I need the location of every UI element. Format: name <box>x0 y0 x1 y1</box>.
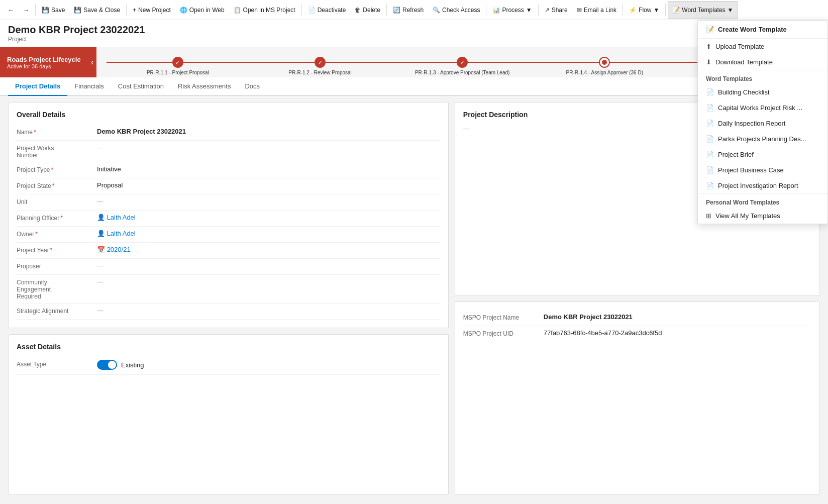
step-circle-1[interactable]: ✓ <box>172 57 183 68</box>
asset-details-panel: Asset Details Asset Type Existing <box>8 334 449 494</box>
toggle-label: Existing <box>121 361 144 369</box>
flow-button[interactable]: ⚡ Flow ▼ <box>625 1 663 19</box>
tab-cost-estimation[interactable]: Cost Estimation <box>111 77 171 96</box>
field-project-year-label: Project Year* <box>17 246 97 254</box>
forward-icon: → <box>23 7 29 14</box>
toggle-switch[interactable] <box>97 360 117 370</box>
field-works-number-label: Project WorksNumber <box>17 144 97 159</box>
word-templates-icon: 📝 <box>672 7 680 14</box>
check-access-icon: 🔍 <box>433 7 440 14</box>
separator-1 <box>35 4 36 16</box>
word-templates-dropdown-icon: ▼ <box>728 7 734 14</box>
field-unit-value: --- <box>97 197 440 205</box>
field-planning-officer-value[interactable]: 👤 Laith Adel <box>97 214 440 221</box>
field-project-type-value: Initiative <box>97 165 440 173</box>
back-button[interactable]: ← <box>4 1 18 19</box>
refresh-button[interactable]: 🔄 Refresh <box>389 1 428 19</box>
word-templates-dropdown: 📝 Create Word Template ⬆ Upload Template… <box>697 20 828 224</box>
process-icon: 📊 <box>492 7 500 14</box>
step-label-2: PR-R-1.2 - Review Proposal <box>288 70 352 75</box>
new-project-button[interactable]: + New Project <box>129 1 175 19</box>
template-project-brief[interactable]: 📄 Project Brief <box>698 147 827 162</box>
check-access-button[interactable]: 🔍 Check Access <box>429 1 484 19</box>
field-mspo-uid-value: 77fab763-68fc-4be5-a770-2a9ac3dc6f5d <box>544 329 811 337</box>
asset-type-toggle[interactable]: Existing <box>97 360 144 370</box>
delete-icon: 🗑 <box>355 7 361 14</box>
tab-financials[interactable]: Financials <box>67 77 111 96</box>
person-icon-owner: 👤 <box>97 230 107 237</box>
tab-project-details[interactable]: Project Details <box>8 77 67 96</box>
template-project-investigation[interactable]: 📄 Project Investigation Report <box>698 178 827 193</box>
grid-icon: ⊞ <box>706 212 711 220</box>
word-templates-button[interactable]: 📝 Word Templates ▼ <box>668 1 738 19</box>
open-web-button[interactable]: 🌐 Open in Web <box>176 1 229 19</box>
field-owner: Owner* 👤 Laith Adel <box>17 227 440 243</box>
step-label-4: PR-R-1.4 - Assign Approver (36 D) <box>566 70 643 75</box>
save-button[interactable]: 💾 Save <box>38 1 69 19</box>
create-word-template-item[interactable]: 📝 Create Word Template <box>698 21 827 39</box>
field-community-value: --- <box>97 278 440 285</box>
delete-button[interactable]: 🗑 Delete <box>351 1 384 19</box>
share-icon: ↗ <box>545 7 550 14</box>
lifecycle-label: Roads Project Lifecycle Active for 36 da… <box>0 52 88 73</box>
step-circle-3[interactable]: ✓ <box>457 57 468 68</box>
field-name-label: Name* <box>17 128 97 136</box>
open-ms-icon: 📋 <box>234 7 241 14</box>
field-asset-type-label: Asset Type <box>17 360 97 368</box>
template-parks-projects[interactable]: 📄 Parks Projects Planning Des... <box>698 131 827 147</box>
lifecycle-prev-button[interactable]: ‹ <box>88 54 96 71</box>
template-project-business-case[interactable]: 📄 Project Business Case <box>698 162 827 178</box>
field-planning-officer: Planning Officer* 👤 Laith Adel <box>17 211 440 227</box>
field-community-label: CommunityEngagementRequired <box>17 278 97 300</box>
lifecycle-step-2: ✓ PR-R-1.2 - Review Proposal <box>249 57 391 68</box>
save-close-button[interactable]: 💾 Save & Close <box>70 1 124 19</box>
step-circle-2[interactable]: ✓ <box>315 57 326 68</box>
field-name-value: Demo KBR Project 23022021 <box>97 128 440 135</box>
view-all-templates-item[interactable]: ⊞ View All My Templates <box>698 208 827 224</box>
calendar-icon: 📅 <box>97 246 107 253</box>
save-close-icon: 💾 <box>74 7 81 14</box>
page-subtitle: Project <box>8 36 145 43</box>
upload-template-item[interactable]: ⬆ Upload Template <box>698 39 827 54</box>
lifecycle-title: Roads Project Lifecycle <box>7 56 81 63</box>
field-owner-label: Owner* <box>17 230 97 238</box>
field-owner-value[interactable]: 👤 Laith Adel <box>97 230 440 237</box>
field-project-year-value[interactable]: 📅 2020/21 <box>97 246 440 253</box>
flow-dropdown-icon: ▼ <box>653 7 659 14</box>
template-building-checklist[interactable]: 📄 Building Checklist <box>698 84 827 100</box>
template-capital-works[interactable]: 📄 Capital Works Project Risk ... <box>698 100 827 116</box>
step-label-3: PR-R-1.3 - Approve Proposal (Team Lead) <box>415 70 509 75</box>
flow-icon: ⚡ <box>629 7 637 14</box>
template-daily-inspection[interactable]: 📄 Daily Inspection Report <box>698 116 827 131</box>
page-title: Demo KBR Project 23022021 <box>8 24 145 36</box>
field-asset-type-value: Existing <box>97 360 440 371</box>
process-button[interactable]: 📊 Process ▼ <box>488 1 536 19</box>
step-circle-4[interactable] <box>599 57 610 68</box>
field-mspo-name-label: MSPO Project Name <box>463 313 544 321</box>
open-ms-button[interactable]: 📋 Open in MS Project <box>230 1 299 19</box>
field-proposer-value: --- <box>97 262 440 269</box>
tab-docs[interactable]: Docs <box>238 77 267 96</box>
field-proposer: Proposer --- <box>17 259 440 275</box>
field-name: Name* Demo KBR Project 23022021 <box>17 125 440 141</box>
left-panel: Overall Details Name* Demo KBR Project 2… <box>8 102 449 494</box>
overall-details-section: Overall Details Name* Demo KBR Project 2… <box>9 103 448 328</box>
field-mspo-name: MSPO Project Name Demo KBR Project 23022… <box>463 310 811 326</box>
share-button[interactable]: ↗ Share <box>541 1 572 19</box>
asset-details-section: Asset Details Asset Type Existing <box>9 335 448 383</box>
field-project-type-label: Project Type* <box>17 165 97 173</box>
tab-risk-assessments[interactable]: Risk Assessments <box>171 77 238 96</box>
save-icon: 💾 <box>42 7 49 14</box>
email-link-button[interactable]: ✉ Email a Link <box>573 1 620 19</box>
deactivate-button[interactable]: 📄 Deactivate <box>304 1 350 19</box>
template-doc-icon-5: 📄 <box>706 151 714 158</box>
upload-icon: ⬆ <box>706 43 711 50</box>
template-doc-icon-6: 📄 <box>706 166 714 174</box>
field-mspo-uid-label: MSPO Project UID <box>463 329 544 337</box>
template-doc-icon-4: 📄 <box>706 135 714 143</box>
forward-button[interactable]: → <box>19 1 33 19</box>
download-icon: ⬇ <box>706 58 711 66</box>
person-icon-planning: 👤 <box>97 214 107 221</box>
download-template-item[interactable]: ⬇ Download Template <box>698 54 827 70</box>
overall-details-panel: Overall Details Name* Demo KBR Project 2… <box>8 102 449 328</box>
